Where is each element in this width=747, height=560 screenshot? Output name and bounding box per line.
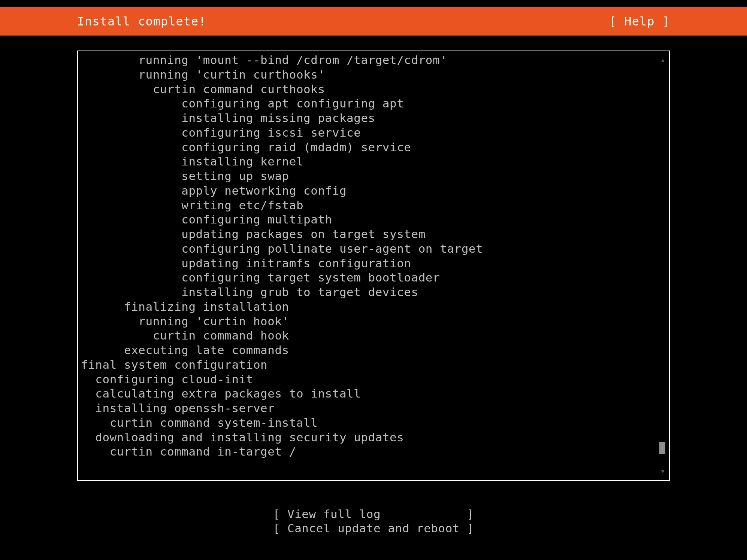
log-line: installing kernel: [81, 154, 666, 169]
scroll-up-icon[interactable]: ▴: [660, 55, 665, 64]
log-line: curtin command curthooks: [81, 82, 666, 97]
log-line: writing etc/fstab: [81, 198, 666, 213]
log-line: running 'curtin hook': [81, 314, 666, 329]
scroll-down-icon[interactable]: ▾: [660, 466, 665, 476]
log-line: downloading and installing security upda…: [81, 430, 666, 445]
log-line: curtin command in-target /: [81, 444, 666, 459]
log-viewer[interactable]: running 'mount --bind /cdrom /target/cdr…: [77, 51, 670, 481]
log-line: running 'mount --bind /cdrom /target/cdr…: [81, 53, 666, 67]
log-line: configuring apt configuring apt: [81, 96, 666, 111]
scrollbar-thumb[interactable]: [659, 442, 665, 454]
log-line: executing late commands: [81, 343, 666, 357]
log-line: updating initramfs configuration: [81, 256, 666, 271]
log-line: running 'curtin curthooks': [81, 67, 666, 82]
page-title: Install complete!: [77, 14, 206, 28]
footer-actions: [ View full log ] [ Cancel update and re…: [77, 507, 670, 535]
log-line: configuring multipath: [81, 212, 666, 227]
cancel-reboot-button[interactable]: [ Cancel update and reboot ]: [273, 521, 474, 535]
log-line: curtin command hook: [81, 328, 666, 343]
help-button[interactable]: [ Help ]: [609, 14, 670, 28]
log-text: running 'mount --bind /cdrom /target/cdr…: [78, 51, 669, 460]
log-line: installing missing packages: [81, 111, 666, 125]
header-bar: Install complete! [ Help ]: [0, 7, 747, 36]
log-line: installing grub to target devices: [81, 285, 666, 299]
log-line: configuring cloud-init: [81, 372, 666, 387]
log-line: curtin command system-install: [81, 416, 666, 430]
log-line: final system configuration: [81, 357, 666, 372]
log-line: configuring target system bootloader: [81, 270, 666, 285]
log-line: calculating extra packages to install: [81, 386, 666, 401]
log-line: finalizing installation: [81, 299, 666, 314]
black-bar-top: [0, 0, 747, 7]
log-line: setting up swap: [81, 169, 666, 183]
log-line: installing openssh-server: [81, 401, 666, 416]
log-line: apply networking config: [81, 183, 666, 198]
log-line: configuring raid (mdadm) service: [81, 140, 666, 155]
log-line: configuring iscsi service: [81, 125, 666, 140]
content-area: running 'mount --bind /cdrom /target/cdr…: [0, 36, 747, 535]
view-full-log-button[interactable]: [ View full log ]: [273, 507, 474, 521]
log-line: configuring pollinate user-agent on targ…: [81, 241, 666, 256]
log-line: updating packages on target system: [81, 227, 666, 241]
